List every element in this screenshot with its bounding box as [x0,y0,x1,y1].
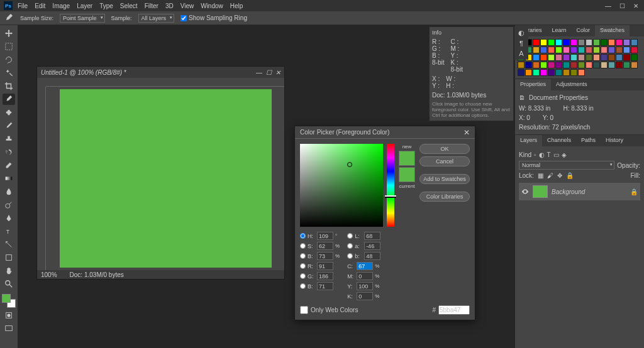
swatch[interactable] [555,39,562,46]
menu-image[interactable]: Image [52,3,70,9]
menu-select[interactable]: Select [120,3,138,9]
visibility-icon[interactable] [521,188,529,195]
swatch[interactable] [555,62,562,68]
swatch[interactable] [593,46,600,53]
swatch[interactable] [601,46,608,53]
swatch[interactable] [601,39,608,46]
pen-tool[interactable] [3,212,15,224]
swatch[interactable] [608,39,615,46]
zoom-level[interactable]: 100% [41,271,57,278]
l-field[interactable] [364,232,380,240]
swatch[interactable] [570,46,577,53]
cancel-button[interactable]: Cancel [419,156,470,166]
hand-tool[interactable] [3,265,15,276]
swatch[interactable] [540,69,547,76]
b-radio[interactable] [300,253,306,259]
swatch[interactable] [563,62,570,68]
lock-paint-icon[interactable]: 🖌 [547,172,553,179]
swatch[interactable] [593,62,600,68]
filter-image-icon[interactable]: ▫ [534,151,536,158]
swatch[interactable] [601,62,608,68]
current-color-box[interactable] [399,167,415,182]
swatch[interactable] [623,62,630,68]
a-field[interactable] [364,242,380,250]
swatch[interactable] [631,54,638,61]
menu-3d[interactable]: 3D [165,3,174,9]
l-radio[interactable] [347,233,353,239]
r-field[interactable] [317,262,333,270]
b-field[interactable] [317,252,333,260]
ok-button[interactable]: OK [419,144,470,154]
swatch[interactable] [570,69,577,76]
color-libraries-button[interactable]: Color Libraries [419,192,470,202]
doc-close-icon[interactable]: ✕ [275,69,280,76]
swatch[interactable] [525,69,532,76]
tab-color[interactable]: Color [572,25,596,36]
swatch[interactable] [548,46,555,53]
swatch[interactable] [533,39,540,46]
h-radio[interactable] [300,233,306,239]
swatch[interactable] [623,46,630,53]
swatch[interactable] [616,39,623,46]
filter-shape-icon[interactable]: ▭ [553,151,559,158]
swatch[interactable] [578,69,585,76]
swatch[interactable] [518,69,525,76]
layer-background[interactable]: Background 🔒 [519,183,640,200]
maximize-icon[interactable]: ☐ [618,3,626,9]
c-field[interactable] [357,262,373,270]
close-icon[interactable]: ✕ [631,3,640,9]
crop-tool[interactable] [3,80,15,92]
swatch[interactable] [616,62,623,68]
tab-channels[interactable]: Channels [542,135,576,146]
bblue-field[interactable] [317,282,333,290]
type-tool[interactable]: T [3,226,15,237]
filter-adj-icon[interactable]: ◐ [539,151,545,158]
swatch[interactable] [540,46,547,53]
blab-field[interactable] [364,252,380,260]
swatch[interactable] [548,62,555,68]
swatch[interactable] [631,46,638,53]
swatch[interactable] [555,54,562,61]
swatch[interactable] [586,46,592,53]
swatch[interactable] [593,39,600,46]
swatch[interactable] [586,62,592,68]
filter-smart-icon[interactable]: ◈ [562,151,567,158]
minimize-icon[interactable]: — [604,3,613,9]
tab-learn[interactable]: Learn [547,25,572,36]
swatch[interactable] [563,54,570,61]
hue-slider[interactable] [387,144,394,227]
menu-view[interactable]: View [180,3,194,9]
lock-pos-icon[interactable]: ✥ [557,172,562,179]
healing-tool[interactable] [3,107,15,118]
swatch[interactable] [563,46,570,53]
add-swatches-button[interactable]: Add to Swatches [419,174,470,184]
swatch[interactable] [631,62,638,68]
hex-field[interactable] [438,305,470,315]
dialog-titlebar[interactable]: Color Picker (Foreground Color) ✕ [295,126,475,139]
swatch[interactable] [616,46,623,53]
swatch[interactable] [555,46,562,53]
swatch[interactable] [593,54,600,61]
swatch[interactable] [601,54,608,61]
r-radio[interactable] [300,263,306,269]
bb-radio[interactable] [300,283,306,289]
document-tab[interactable]: Untitled-1 @ 100% (RGB/8#) * — ☐ ✕ [37,67,284,78]
swatch[interactable] [578,54,585,61]
sample-size-dropdown[interactable]: Point Sample [60,14,105,23]
dialog-close-icon[interactable]: ✕ [464,128,470,137]
swatch[interactable] [578,62,585,68]
s-field[interactable] [317,242,333,250]
gradient-tool[interactable] [3,173,15,184]
menu-window[interactable]: Window [201,3,223,9]
stamp-tool[interactable] [3,133,15,144]
blab-radio[interactable] [347,253,353,259]
filter-type-icon[interactable]: T [547,151,551,158]
lasso-tool[interactable] [3,54,15,65]
swatch[interactable] [540,39,547,46]
swatch[interactable] [525,62,532,68]
swatch[interactable] [548,54,555,61]
swatch[interactable] [540,62,547,68]
swatch[interactable] [570,39,577,46]
brush-tool[interactable] [3,120,15,131]
zoom-tool[interactable] [3,278,15,290]
